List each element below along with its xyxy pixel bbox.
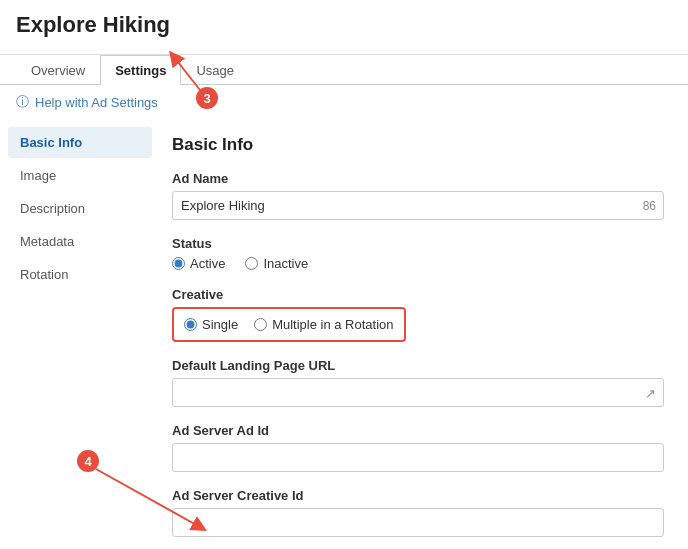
help-text: Help with Ad Settings bbox=[35, 95, 158, 110]
external-link-icon[interactable]: ↗ bbox=[645, 385, 656, 400]
status-radio-group: Active Inactive bbox=[172, 256, 664, 271]
sidebar-item-image[interactable]: Image bbox=[8, 160, 152, 191]
creative-single-radio[interactable] bbox=[184, 318, 197, 331]
creative-label: Creative bbox=[172, 287, 664, 302]
page-title: Explore Hiking bbox=[16, 12, 672, 38]
ad-server-creative-id-input[interactable] bbox=[172, 508, 664, 537]
tabs-bar: Overview Settings Usage bbox=[0, 55, 688, 85]
help-link[interactable]: ⓘ Help with Ad Settings bbox=[0, 85, 688, 119]
ad-server-creative-id-label: Ad Server Creative Id bbox=[172, 488, 664, 503]
status-label: Status bbox=[172, 236, 664, 251]
status-inactive-radio[interactable] bbox=[245, 257, 258, 270]
page-header: Explore Hiking bbox=[0, 0, 688, 55]
ad-server-id-label: Ad Server Ad Id bbox=[172, 423, 664, 438]
status-active-option[interactable]: Active bbox=[172, 256, 225, 271]
status-inactive-option[interactable]: Inactive bbox=[245, 256, 308, 271]
landing-page-input[interactable] bbox=[172, 378, 664, 407]
status-inactive-label: Inactive bbox=[263, 256, 308, 271]
ad-name-input-wrapper: 86 bbox=[172, 191, 664, 220]
creative-single-label: Single bbox=[202, 317, 238, 332]
sidebar-item-basic-info[interactable]: Basic Info bbox=[8, 127, 152, 158]
ad-server-id-field-group: Ad Server Ad Id bbox=[172, 423, 664, 472]
ad-name-label: Ad Name bbox=[172, 171, 664, 186]
creative-field-group: Creative Single Multiple in a Rotation bbox=[172, 287, 664, 342]
ad-name-input[interactable] bbox=[172, 191, 664, 220]
tab-usage[interactable]: Usage bbox=[181, 55, 249, 85]
landing-page-label: Default Landing Page URL bbox=[172, 358, 664, 373]
sidebar-item-metadata[interactable]: Metadata bbox=[8, 226, 152, 257]
sidebar-item-description[interactable]: Description bbox=[8, 193, 152, 224]
creative-box: Single Multiple in a Rotation bbox=[172, 307, 406, 342]
page-wrapper: Explore Hiking Overview Settings Usage ⓘ… bbox=[0, 0, 688, 549]
ad-server-creative-id-field-group: Ad Server Creative Id bbox=[172, 488, 664, 537]
creative-single-option[interactable]: Single bbox=[184, 317, 238, 332]
main-content: Basic Info Ad Name 86 Status Active bbox=[160, 127, 688, 549]
ad-name-field-group: Ad Name 86 bbox=[172, 171, 664, 220]
landing-page-input-wrapper: ↗ bbox=[172, 378, 664, 407]
tab-settings[interactable]: Settings bbox=[100, 55, 181, 85]
creative-rotation-option[interactable]: Multiple in a Rotation bbox=[254, 317, 393, 332]
sidebar: Basic Info Image Description Metadata Ro… bbox=[0, 127, 160, 549]
ad-name-char-count: 86 bbox=[643, 199, 656, 213]
landing-page-field-group: Default Landing Page URL ↗ bbox=[172, 358, 664, 407]
status-field-group: Status Active Inactive bbox=[172, 236, 664, 271]
creative-rotation-label: Multiple in a Rotation bbox=[272, 317, 393, 332]
creative-rotation-radio[interactable] bbox=[254, 318, 267, 331]
status-active-label: Active bbox=[190, 256, 225, 271]
tab-overview[interactable]: Overview bbox=[16, 55, 100, 85]
content-area: Basic Info Image Description Metadata Ro… bbox=[0, 119, 688, 549]
sidebar-item-rotation[interactable]: Rotation bbox=[8, 259, 152, 290]
help-icon: ⓘ bbox=[16, 93, 29, 111]
section-title: Basic Info bbox=[172, 135, 664, 155]
status-active-radio[interactable] bbox=[172, 257, 185, 270]
ad-server-id-input[interactable] bbox=[172, 443, 664, 472]
